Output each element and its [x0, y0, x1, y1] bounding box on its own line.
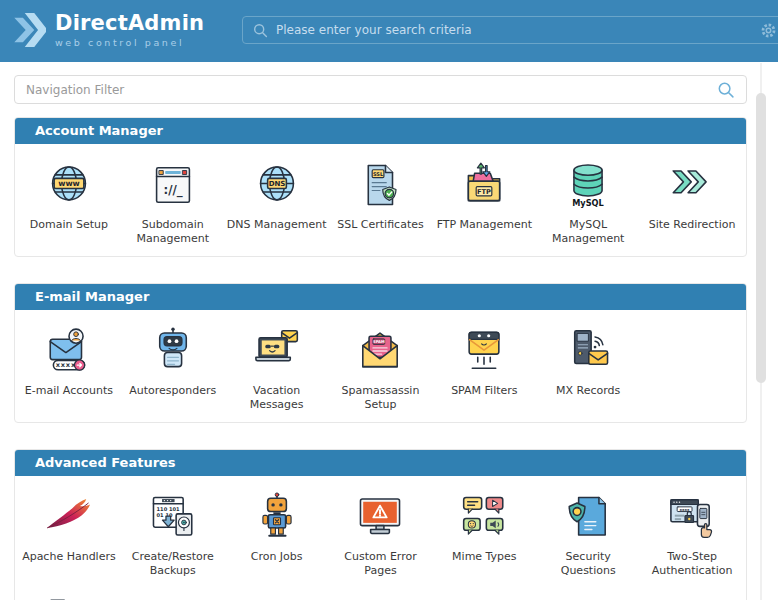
menu-item-dns-management[interactable]: DNSDNS Management — [225, 160, 329, 246]
menu-item-label: E-mail Accounts — [25, 384, 113, 398]
menu-item-ftp-management[interactable]: FTPFTP Management — [432, 160, 536, 246]
backup-window-icon: 110 101 01 10 — [148, 492, 198, 542]
two-step-devices-icon: xxxx — [667, 492, 717, 542]
menu-item-label: SPAM Filters — [451, 384, 517, 398]
menu-item-site-redirection[interactable]: Site Redirection — [640, 160, 744, 246]
search-icon — [253, 23, 268, 38]
svg-text:xxxx: xxxx — [680, 507, 691, 512]
autoresponder-robot-icon — [148, 326, 198, 376]
email-accounts-icon: xxxx — [44, 326, 94, 376]
spamassassin-letter-icon: SPAM — [355, 326, 405, 376]
menu-item-label: Two-Step Authentication — [641, 550, 743, 578]
menu-item-autoresponders[interactable]: Autoresponders — [121, 326, 225, 412]
menu-item-custom-error-pages[interactable]: Custom Error Pages — [329, 492, 433, 578]
menu-item-label: Autoresponders — [129, 384, 216, 398]
menu-item-label: DNS Management — [227, 218, 327, 232]
section-advanced-features: Advanced Features Apache Handlers 110 10… — [14, 449, 747, 600]
menu-item-domain-setup[interactable]: wwwDomain Setup — [17, 160, 121, 246]
logo-subtitle: web control panel — [55, 37, 204, 48]
menu-item-vacation-messages[interactable]: Vacation Messages — [225, 326, 329, 412]
globe-dns-icon: DNS — [252, 160, 302, 210]
ftp-folder-icon: FTP — [459, 160, 509, 210]
mysql-database-icon: MySQL — [563, 160, 613, 210]
menu-item-label: Apache Handlers — [22, 550, 116, 564]
apache-feather-icon — [44, 492, 94, 542]
section-header: Account Manager — [15, 118, 746, 144]
menu-item-mx-records[interactable]: MX Records — [536, 326, 640, 412]
menu-item-cron-jobs[interactable]: Cron Jobs — [225, 492, 329, 578]
navigation-filter-input[interactable] — [26, 83, 717, 97]
menu-item-apache-handlers[interactable]: Apache Handlers — [17, 492, 121, 578]
navigation-filter — [14, 75, 747, 104]
password-folder-icon: xxxx — [44, 592, 94, 600]
section-items: xxxx E-mail Accounts Autoresponders Vaca… — [15, 310, 746, 422]
vacation-laptop-icon — [252, 326, 302, 376]
menu-item-two-step-authentication[interactable]: xxxx Two-Step Authentication — [640, 492, 744, 578]
security-document-icon — [563, 492, 613, 542]
menu-item-label: Spamassassin Setup — [329, 384, 431, 412]
mx-server-icon — [563, 326, 613, 376]
svg-text:SSL: SSL — [373, 171, 384, 177]
section-items: Apache Handlers 110 101 01 10 Create/Res… — [15, 476, 746, 600]
menu-item-label: FTP Management — [437, 218, 532, 232]
menu-item-spam-filters[interactable]: SPAM Filters — [432, 326, 536, 412]
section-account-manager: Account Manager wwwDomain Setup ://_Subd… — [14, 117, 747, 257]
section-e-mail-manager: E-mail Manager xxxx E-mail Accounts Auto… — [14, 283, 747, 423]
svg-text:MySQL: MySQL — [572, 198, 604, 208]
sections-container: Account Manager wwwDomain Setup ://_Subd… — [14, 117, 747, 600]
menu-item-security-questions[interactable]: Security Questions — [536, 492, 640, 578]
menu-item-mysql-management[interactable]: MySQLMySQL Management — [536, 160, 640, 246]
menu-item-label: Custom Error Pages — [329, 550, 431, 578]
settings-gear-icon[interactable] — [760, 22, 777, 39]
section-header: Advanced Features — [15, 450, 746, 476]
header-search-input[interactable] — [276, 23, 760, 37]
svg-text:SPAM: SPAM — [373, 340, 385, 344]
menu-item-e-mail-accounts[interactable]: xxxx E-mail Accounts — [17, 326, 121, 412]
cron-robot-icon — [252, 492, 302, 542]
header-search — [242, 16, 778, 44]
menu-item-label: MX Records — [556, 384, 620, 398]
error-monitor-icon — [355, 492, 405, 542]
section-title: E-mail Manager — [35, 289, 149, 304]
menu-item-label: Cron Jobs — [251, 550, 303, 564]
menu-item-label: Create/Restore Backups — [122, 550, 224, 578]
menu-item-password-folder[interactable]: xxxx — [17, 592, 121, 600]
menu-item-label: Subdomain Management — [122, 218, 224, 246]
svg-text:FTP: FTP — [477, 188, 491, 196]
logo-title: DirectAdmin — [55, 13, 204, 34]
mime-bubbles-icon — [459, 492, 509, 542]
menu-item-create-restore-backups[interactable]: 110 101 01 10 Create/Restore Backups — [121, 492, 225, 578]
menu-item-label: Site Redirection — [649, 218, 736, 232]
section-title: Account Manager — [35, 123, 163, 138]
menu-item-label: MySQL Management — [537, 218, 639, 246]
logo-chevrons-icon — [13, 11, 46, 49]
main-content: Account Manager wwwDomain Setup ://_Subd… — [0, 62, 778, 600]
svg-text:www: www — [58, 179, 80, 188]
menu-item-spamassassin-setup[interactable]: SPAM Spamassassin Setup — [329, 326, 433, 412]
menu-item-label: SSL Certificates — [337, 218, 423, 232]
scrollbar-thumb[interactable] — [756, 93, 766, 383]
filter-search-icon — [717, 81, 735, 99]
menu-item-mime-types[interactable]: Mime Types — [432, 492, 536, 578]
spam-filter-envelope-icon — [459, 326, 509, 376]
directadmin-logo[interactable]: DirectAdmin web control panel — [13, 11, 204, 49]
section-title: Advanced Features — [35, 455, 176, 470]
svg-text:DNS: DNS — [268, 179, 285, 188]
browser-subdomain-icon: ://_ — [148, 160, 198, 210]
menu-item-label: Domain Setup — [30, 218, 108, 232]
section-header: E-mail Manager — [15, 284, 746, 310]
menu-item-label: Security Questions — [537, 550, 639, 578]
top-header: DirectAdmin web control panel — [0, 0, 778, 62]
directadmin-panel: DirectAdmin web control panel Account Ma… — [0, 0, 778, 600]
ssl-certificate-icon: SSL — [355, 160, 405, 210]
redirect-chevrons-icon — [667, 160, 717, 210]
menu-item-ssl-certificates[interactable]: SSL SSL Certificates — [329, 160, 433, 246]
menu-item-subdomain-management[interactable]: ://_Subdomain Management — [121, 160, 225, 246]
svg-text:://_: ://_ — [163, 183, 182, 198]
menu-item-label: Vacation Messages — [226, 384, 328, 412]
section-items: wwwDomain Setup ://_Subdomain Management… — [15, 144, 746, 256]
menu-item-label: Mime Types — [452, 550, 517, 564]
globe-www-icon: www — [44, 160, 94, 210]
svg-text:xxxx: xxxx — [56, 361, 76, 369]
